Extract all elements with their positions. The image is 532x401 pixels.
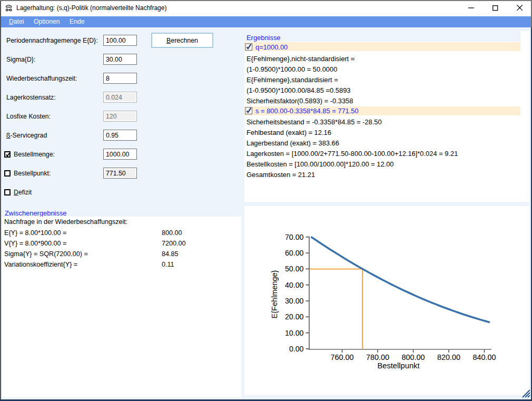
svg-text:50.00: 50.00 bbox=[285, 265, 304, 273]
svg-text:780.00: 780.00 bbox=[366, 353, 389, 361]
svg-text:30.00: 30.00 bbox=[285, 297, 304, 305]
svg-text:20.00: 20.00 bbox=[285, 312, 304, 321]
svg-text:760.00: 760.00 bbox=[330, 353, 353, 361]
svg-text:60.00: 60.00 bbox=[285, 249, 304, 257]
svg-text:840.00: 840.00 bbox=[472, 353, 496, 361]
svg-text:Bestellpunkt: Bestellpunkt bbox=[377, 361, 419, 370]
svg-text:800.00: 800.00 bbox=[401, 353, 425, 361]
svg-text:820.00: 820.00 bbox=[437, 353, 460, 361]
svg-text:10.00: 10.00 bbox=[285, 329, 304, 337]
svg-text:E{Fehlmenge}: E{Fehlmenge} bbox=[270, 270, 279, 318]
svg-text:0.00: 0.00 bbox=[289, 345, 304, 353]
svg-text:70.00: 70.00 bbox=[285, 233, 304, 241]
svg-text:40.00: 40.00 bbox=[285, 281, 304, 289]
